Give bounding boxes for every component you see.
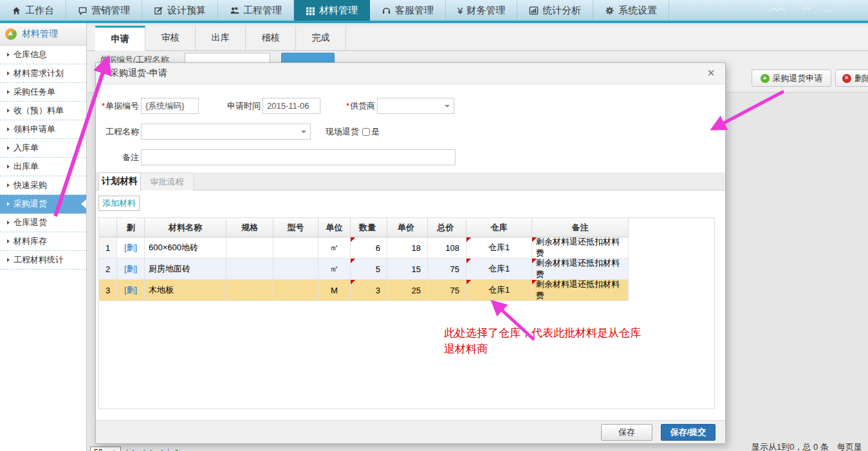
cell-price: 25 — [387, 280, 428, 301]
form-row-3: 备注 — [96, 149, 456, 166]
sidebar-item-inbound[interactable]: 入库单 — [0, 139, 86, 158]
sidebar-item-quick-purchase[interactable]: 快速采购 — [0, 176, 86, 195]
delete-row-link[interactable]: [删] — [124, 263, 137, 275]
sidebar-item-purchase-task[interactable]: 采购任务单 — [0, 83, 86, 102]
form-row-1: *单据编号 申请时间 *供货商 — [96, 97, 454, 115]
top-nav: 工作台 营销管理 设计预算 工程管理 材料管理 客服管理 ¥ 财务管理 统计分析… — [0, 0, 868, 21]
save-button[interactable]: 保存 — [601, 424, 652, 441]
caret-right-icon — [7, 258, 10, 262]
purchase-return-apply-button[interactable]: + 采购退货申请 — [752, 69, 831, 87]
nav-label: 客服管理 — [395, 5, 434, 17]
nav-item-settings[interactable]: 系统设置 — [593, 0, 669, 21]
nav-item-customer-service[interactable]: 客服管理 — [370, 0, 446, 21]
caret-right-icon — [7, 165, 10, 169]
sidebar-item-warehouse-return[interactable]: 仓库退货 — [0, 214, 86, 232]
tab-outbound[interactable]: 出库 — [196, 26, 246, 50]
tab-audit[interactable]: 稽核 — [246, 26, 296, 50]
cell-material-name: 600×600地砖 — [145, 237, 226, 259]
header-total: 总价 — [428, 218, 466, 237]
prev-page-icon[interactable]: ◀ — [139, 448, 145, 451]
dialog-header: 采购退货-申请 — [96, 63, 725, 84]
tab-planned-materials[interactable]: 计划材料 — [98, 172, 141, 190]
row-index: 2 — [99, 259, 117, 280]
nav-item-finance[interactable]: ¥ 财务管理 — [446, 0, 517, 21]
annotation-note: 此处选择了仓库，代表此批材料是从仓库 退材料商 — [444, 325, 641, 357]
sidebar-item-warehouse-info[interactable]: 仓库信息 — [0, 46, 86, 64]
delete-row-link[interactable]: [删] — [124, 242, 137, 253]
module-logo-icon — [5, 28, 17, 40]
required-marker: * — [102, 101, 105, 111]
nav-label: 营销管理 — [91, 5, 130, 17]
cell-qty[interactable]: 5 — [351, 259, 387, 280]
chevron-down-icon — [301, 131, 306, 133]
add-material-button[interactable]: 添加材料 — [98, 196, 140, 211]
sidebar-item-receive-material[interactable]: 收（预）料单 — [0, 102, 86, 120]
cell-warehouse[interactable]: 仓库1 — [466, 280, 532, 301]
cell-remark[interactable]: 剩余材料退还抵扣材料费 — [532, 237, 629, 259]
sidebar-item-material-demand-plan[interactable]: 材料需求计划 — [0, 64, 86, 83]
remark-field[interactable] — [141, 149, 456, 165]
delete-row-link[interactable]: [删] — [124, 284, 137, 296]
cell-model — [273, 280, 319, 301]
nav-item-engineering[interactable]: 工程管理 — [218, 0, 294, 21]
cell-qty[interactable]: 3 — [351, 280, 387, 301]
next-page-icon[interactable]: ▶ — [151, 448, 156, 451]
yen-icon: ¥ — [457, 5, 463, 16]
cell-remark[interactable]: 剩余材料退还抵扣材料费 — [532, 280, 629, 301]
doc-no-field[interactable] — [141, 98, 199, 114]
nav-item-materials[interactable]: 材料管理 — [294, 0, 370, 21]
header-remark: 备注 — [532, 218, 629, 237]
first-page-icon[interactable]: |◀ — [126, 448, 134, 451]
refresh-icon[interactable]: ↻ — [174, 448, 181, 451]
form-row-2: 工程名称 现场退货 是 — [96, 123, 380, 140]
row-index: 3 — [99, 280, 117, 301]
supplier-label: *供货商 — [342, 100, 375, 112]
tab-approval-flow[interactable]: 审批流程 — [141, 172, 194, 190]
cell-unit: ㎡ — [319, 237, 351, 259]
nav-item-workbench[interactable]: 工作台 — [0, 0, 66, 21]
sidebar-item-material-request[interactable]: 领料申请单 — [0, 120, 86, 139]
nav-item-marketing[interactable]: 营销管理 — [66, 0, 142, 21]
cell-qty[interactable]: 6 — [351, 237, 387, 259]
header-warehouse: 仓库 — [466, 218, 532, 237]
onsite-return-checkbox[interactable] — [362, 128, 370, 136]
sidebar-item-purchase-return[interactable]: 采购退货 — [0, 195, 86, 214]
apply-date-field[interactable] — [263, 98, 320, 114]
tab-complete[interactable]: 完成 — [296, 26, 346, 50]
cell-remark[interactable]: 剩余材料退还抵扣材料费 — [532, 259, 629, 280]
page-size-select[interactable]: 50 ▼ — [90, 446, 121, 451]
cell-total: 75 — [428, 280, 466, 301]
doc-no-label: *单据编号 — [96, 100, 139, 112]
sidebar-item-project-material-stats[interactable]: 工程材料统计 — [0, 251, 86, 270]
cell-warehouse[interactable]: 仓库1 — [466, 259, 532, 280]
onsite-return-label: 现场退货 — [324, 126, 359, 138]
save-submit-button[interactable]: 保存/提交 — [661, 424, 716, 441]
tab-apply[interactable]: 申请 — [95, 26, 145, 51]
dialog-title: 采购退货-申请 — [96, 68, 167, 79]
nav-item-statistics[interactable]: 统计分析 — [517, 0, 593, 21]
header-index — [99, 218, 117, 237]
cell-warehouse[interactable]: 仓库1 — [466, 237, 532, 259]
table-row: 2 [删] 厨房地面砖 ㎡ 5 15 75 仓库1 剩余材料退还抵扣材料费 — [99, 259, 714, 280]
nav-item-design-budget[interactable]: 设计预算 — [142, 0, 218, 21]
record-count-status: 显示从1到0，总 0 条 每页显 — [752, 441, 862, 451]
supplier-select[interactable] — [377, 98, 454, 114]
caret-right-icon — [7, 146, 10, 150]
project-name-select[interactable] — [141, 124, 311, 140]
required-marker: * — [346, 101, 349, 111]
dialog-footer: 保存 保存/提交 — [96, 420, 725, 443]
close-icon[interactable]: × — [707, 66, 715, 80]
dialog-tab-bar: 计划材料 审批流程 — [96, 172, 725, 190]
sidebar-item-outbound[interactable]: 出库单 — [0, 158, 86, 176]
cell-material-name: 木地板 — [145, 280, 226, 301]
add-circle-icon: + — [761, 74, 770, 83]
delete-batch-button[interactable]: ✕ 删除/批量 — [835, 69, 868, 87]
caret-right-icon — [7, 90, 10, 94]
cell-spec — [226, 280, 273, 301]
header-model: 型号 — [273, 218, 319, 237]
nav-label: 材料管理 — [319, 5, 358, 17]
last-page-icon[interactable]: ▶| — [162, 448, 169, 451]
tab-review[interactable]: 审核 — [145, 26, 196, 50]
nav-label: 设计预算 — [167, 5, 206, 17]
sidebar-item-material-stock[interactable]: 材料库存 — [0, 232, 86, 251]
